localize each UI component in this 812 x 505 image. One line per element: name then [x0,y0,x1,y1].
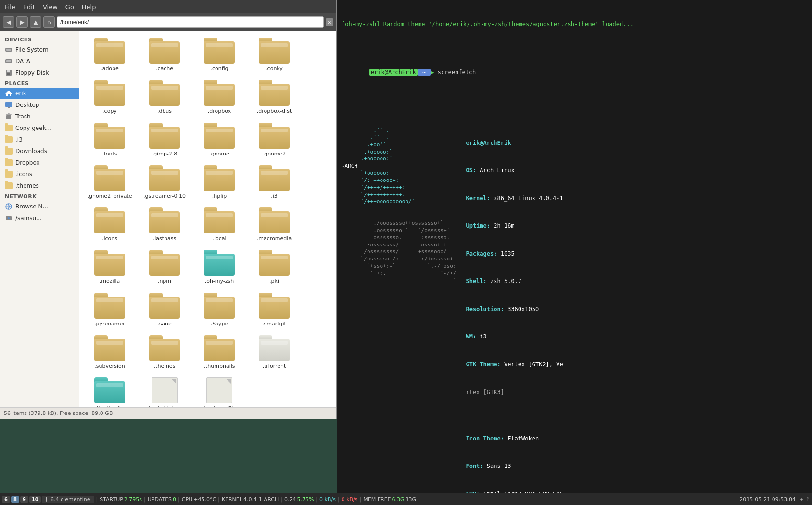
folder-icon-large [94,293,125,319]
file-label: .gimp-2.8 [152,151,178,157]
sidebar-item-filesystem[interactable]: File System [0,44,79,55]
folder-icon-large [149,207,180,233]
sidebar-item-copygeek[interactable]: Copy geek... [0,122,79,134]
file-item[interactable]: .icons [83,205,136,245]
status-bar: 56 items (379.8 kB), Free space: 89.0 GB [0,407,336,419]
file-item[interactable]: .pyrenamer [83,290,136,330]
load2: 5.75% [297,496,314,503]
screenfetch: .´` . .´` . .+oo°` .+ooooo:` .+oooooo:` … [342,117,807,493]
sidebar-item-label: Browse N... [15,203,48,210]
file-item[interactable]: .gstreamer-0.10 [138,162,191,203]
cpu-value: +45.0°C [193,496,216,503]
sep1: | [96,496,98,503]
file-item[interactable]: .Xauthority [83,375,136,407]
file-label: .lastpass [153,235,177,242]
file-item[interactable]: .macromedia [248,205,301,245]
file-item[interactable]: .config [193,35,246,75]
file-item[interactable]: .gimp-2.8 [138,120,191,160]
forward-button[interactable]: ▶ [16,16,28,28]
datetime: 2015-05-21 09:53:04 [739,496,796,503]
folder-icon-large [149,293,180,319]
back-button[interactable]: ◀ [3,16,14,28]
folder-icon-large [204,123,235,149]
file-item[interactable]: .npm [138,247,191,287]
home-button[interactable]: ⌂ [43,16,55,28]
sidebar-item-label: Trash [15,113,31,120]
sidebar-item-dropbox[interactable]: Dropbox [0,157,79,168]
taskbar-clementine[interactable]: J 6.4 clementine [42,496,94,503]
file-item[interactable]: .adobe [83,35,136,75]
workspace-6[interactable]: 6 [2,496,10,503]
file-item[interactable]: .dropbox [193,77,246,117]
sidebar-item-erik[interactable]: erik [0,88,79,99]
file-item[interactable]: .dropbox-dist [248,77,301,117]
arch-art: .´` . .´` . .+oo°` .+ooooo:` .+oooooo:` … [342,120,456,493]
file-item[interactable]: .mozilla [83,247,136,287]
file-item[interactable]: .uTorrent [248,332,301,373]
menu-help[interactable]: Help [82,3,96,11]
workspace-9[interactable]: 9 [20,496,28,503]
menu-view[interactable]: View [43,3,58,11]
file-label: .dropbox-dist [257,108,292,115]
file-item[interactable]: .cache [138,35,191,75]
file-item[interactable]: .smartgit [248,290,301,330]
mem-total: 83G [406,496,417,503]
file-item[interactable]: .themes [138,332,191,373]
file-label: .subversion [94,363,125,370]
folder-icon [5,159,13,167]
sidebar-item-desktop[interactable]: Desktop [0,99,79,111]
menu-file[interactable]: File [5,3,15,11]
file-item[interactable]: .i3 [248,162,301,203]
terminal[interactable]: [oh-my-zsh] Random theme '/home/erik/.oh… [337,0,812,493]
file-item[interactable]: .bash_profile [193,375,246,407]
file-item[interactable]: .oh-my-zsh [193,247,246,287]
sidebar-item-browse-network[interactable]: Browse N... [0,201,79,212]
workspace-10[interactable]: 10 [29,496,41,503]
file-label: .config [210,65,228,72]
sidebar-item-downloads[interactable]: Downloads [0,145,79,157]
file-item[interactable]: .gnome [193,120,246,160]
location-bar[interactable] [57,16,324,28]
file-item[interactable]: .lastpass [138,205,191,245]
file-item[interactable]: .dbus [138,77,191,117]
file-item[interactable]: .subversion [83,332,136,373]
file-item[interactable]: .Skype [193,290,246,330]
file-item[interactable]: .copy [83,77,136,117]
file-item[interactable]: .gnome2_private [83,162,136,203]
file-item[interactable]: .hplip [193,162,246,203]
file-label: .themes [154,363,176,370]
sidebar-item-icons[interactable]: .icons [0,168,79,180]
sidebar-item-i3[interactable]: .i3 [0,134,79,145]
folder-icon-large [149,38,180,64]
svg-rect-3 [6,60,11,62]
file-item[interactable]: .bash_history [138,375,191,407]
sep6: | [316,496,317,503]
workspace-8[interactable]: 8 [11,496,19,503]
network2-icon [5,214,13,222]
menu-go[interactable]: Go [65,3,74,11]
taskbar-right: 2015-05-21 09:53:04 ⊞ ↑ [739,496,810,503]
svg-point-16 [8,217,10,219]
file-item[interactable]: .gnome2 [248,120,301,160]
startup-value: 2.795s [124,496,142,503]
sep9: | [418,496,420,503]
close-button[interactable]: ✕ [326,18,333,26]
sidebar-item-data[interactable]: DATA [0,55,79,67]
file-item[interactable]: .thumbnails [193,332,246,373]
file-item[interactable]: .conky [248,35,301,75]
sidebar-item-floppy[interactable]: Floppy Disk [0,67,79,78]
devices-label: DEVICES [0,35,79,44]
file-item[interactable]: .pki [248,247,301,287]
menu-edit[interactable]: Edit [23,3,35,11]
sidebar-item-samsung[interactable]: /samsu... [0,212,79,224]
file-item[interactable]: .sane [138,290,191,330]
sidebar-item-trash[interactable]: Trash [0,111,79,122]
file-item[interactable]: .fonts [83,120,136,160]
sep4: | [218,496,220,503]
up-button[interactable]: ▲ [30,16,41,28]
file-item[interactable]: .local [193,205,246,245]
folder-icon [5,170,13,178]
cpu-label: CPU [182,496,192,503]
svg-rect-9 [8,107,10,108]
sidebar-item-themes[interactable]: .themes [0,180,79,192]
